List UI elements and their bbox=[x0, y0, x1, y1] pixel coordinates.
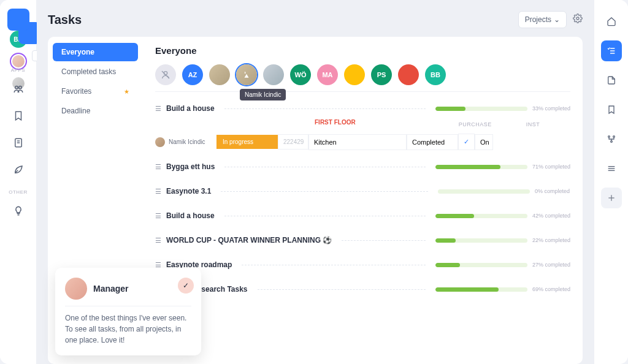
home-icon[interactable] bbox=[601, 11, 622, 32]
person-tooltip: Namik Icindic bbox=[240, 89, 286, 100]
progress-fill bbox=[435, 214, 474, 218]
detail-row: Namik Icindic In progress 222429 Kitchen… bbox=[155, 134, 570, 150]
task-row[interactable]: ☰ WORLD CUP - QUATAR WINNER PLANNING ⚽ 2… bbox=[155, 232, 570, 248]
dropdown-label: Projects bbox=[525, 15, 551, 24]
progress-pct: 42% completed bbox=[532, 213, 570, 219]
file-icon[interactable] bbox=[601, 70, 622, 91]
col-inst: INST bbox=[521, 119, 545, 130]
task-block-6: ☰ Market Research Tasks 69% completed bbox=[155, 281, 570, 297]
nodes-icon[interactable] bbox=[601, 129, 622, 150]
task-name: Build a house bbox=[166, 211, 215, 220]
gear-icon[interactable] bbox=[573, 13, 583, 26]
task-row[interactable]: ☰ Build a house 33% completed bbox=[155, 100, 570, 116]
rows-icon[interactable] bbox=[601, 158, 622, 179]
tasks-icon[interactable] bbox=[601, 40, 622, 61]
check-icon[interactable]: ✓ bbox=[458, 134, 475, 150]
svg-point-16 bbox=[608, 136, 610, 138]
person-unassigned[interactable] bbox=[155, 64, 176, 85]
person-ps[interactable]: PS bbox=[371, 64, 392, 85]
popup-role: Manager bbox=[93, 284, 129, 294]
progress-bar bbox=[435, 263, 527, 267]
person-ma[interactable]: MA bbox=[317, 64, 338, 85]
nav-team-icon[interactable] bbox=[7, 78, 29, 100]
section-other-label: OTHER bbox=[9, 189, 28, 195]
task-block-5: ☰ Easynote roadmap 27% completed bbox=[155, 257, 570, 273]
task-block-4: ☰ WORLD CUP - QUATAR WINNER PLANNING ⚽ 2… bbox=[155, 232, 570, 248]
person-avatar-selected[interactable] bbox=[236, 64, 257, 85]
person-az[interactable]: AZ bbox=[182, 64, 203, 85]
right-rail bbox=[594, 0, 628, 364]
task-name: Bygga ett hus bbox=[166, 162, 215, 171]
progress-fill bbox=[435, 287, 499, 292]
progress-fill bbox=[435, 238, 456, 243]
status-pill[interactable]: In progress bbox=[216, 135, 278, 149]
task-block-3: ☰ Build a house 42% completed bbox=[155, 208, 570, 224]
nav-active-building-icon[interactable] bbox=[7, 9, 29, 31]
field-on[interactable]: On bbox=[475, 134, 493, 150]
filter-deadline[interactable]: Deadline bbox=[53, 102, 138, 120]
svg-point-10 bbox=[576, 17, 579, 20]
divider bbox=[224, 108, 426, 109]
task-row[interactable]: ☰ Build a house 42% completed bbox=[155, 208, 570, 224]
filter-favorites[interactable]: Favorites ★ bbox=[53, 82, 138, 100]
progress-bar bbox=[438, 189, 530, 194]
person-avatar-1[interactable] bbox=[209, 64, 230, 85]
task-row[interactable]: ☰ Market Research Tasks 69% completed bbox=[155, 281, 570, 297]
progress-bar bbox=[435, 107, 527, 111]
nav-leaf-icon[interactable] bbox=[7, 159, 29, 181]
col-purchase: PURCHASE bbox=[454, 119, 497, 130]
filter-everyone[interactable]: Everyone bbox=[53, 43, 138, 61]
assignee-cell[interactable]: Namik Icindic bbox=[155, 137, 216, 147]
progress-bar bbox=[435, 214, 527, 218]
projects-dropdown[interactable]: Projects ⌄ bbox=[518, 11, 567, 28]
code-cell: 222429 bbox=[278, 134, 308, 150]
progress-fill bbox=[435, 165, 501, 169]
progress-bar bbox=[435, 165, 527, 169]
svg-point-18 bbox=[610, 141, 612, 143]
list-icon: ☰ bbox=[155, 237, 161, 245]
nav-document-icon[interactable] bbox=[7, 132, 29, 154]
task-row[interactable]: ☰ Easynote 3.1 0% completed bbox=[155, 183, 570, 199]
header-row: Tasks Projects ⌄ bbox=[48, 11, 583, 28]
progress-pct: 0% completed bbox=[535, 188, 570, 194]
svg-point-1 bbox=[18, 86, 21, 89]
nav-bulb-icon[interactable] bbox=[7, 200, 29, 222]
progress-pct: 69% completed bbox=[532, 286, 570, 292]
task-list-card: Everyone AZ WÖ MA PS BB bbox=[143, 37, 583, 364]
popup-avatar bbox=[65, 278, 87, 300]
divider bbox=[342, 240, 426, 241]
list-icon: ☰ bbox=[155, 163, 161, 171]
list-icon: ☰ bbox=[155, 188, 161, 195]
field-kitchen[interactable]: Kitchen bbox=[308, 134, 407, 150]
divider bbox=[221, 191, 428, 192]
filter-label: Deadline bbox=[61, 107, 90, 115]
divider bbox=[224, 167, 426, 167]
testimonial-popup: Manager ✓ One of the best things I've ev… bbox=[55, 268, 201, 355]
add-icon[interactable] bbox=[601, 188, 622, 208]
filter-completed[interactable]: Completed tasks bbox=[53, 63, 138, 81]
person-bb[interactable]: BB bbox=[425, 64, 446, 85]
mini-avatar bbox=[155, 137, 165, 147]
task-row[interactable]: ☰ Easynote roadmap 27% completed bbox=[155, 257, 570, 273]
person-wo[interactable]: WÖ bbox=[290, 64, 311, 85]
task-block-2: ☰ Easynote 3.1 0% completed bbox=[155, 183, 570, 199]
progress-fill bbox=[435, 263, 461, 267]
popup-header: Manager ✓ bbox=[65, 278, 191, 306]
task-row[interactable]: ☰ Bygga ett hus 71% completed bbox=[155, 159, 570, 175]
star-icon: ★ bbox=[124, 88, 129, 95]
person-avatar-4[interactable] bbox=[398, 64, 419, 85]
progress-pct: 33% completed bbox=[532, 105, 570, 112]
popup-text: One of the best things I've ever seen. T… bbox=[65, 313, 191, 346]
list-icon: ☰ bbox=[155, 212, 161, 220]
nav-bookmark-icon[interactable] bbox=[7, 105, 29, 127]
filter-label: Completed tasks bbox=[61, 67, 116, 76]
person-avatar-3[interactable] bbox=[344, 64, 365, 85]
task-name: Easynote 3.1 bbox=[166, 187, 211, 195]
field-completed[interactable]: Completed bbox=[407, 134, 458, 150]
person-avatar-2[interactable] bbox=[263, 64, 284, 85]
section-apps-label: APPS bbox=[11, 67, 25, 73]
filter-label: Everyone bbox=[61, 48, 94, 56]
bookmark-icon[interactable] bbox=[601, 99, 622, 120]
task-name: Build a house bbox=[166, 104, 215, 113]
progress-pct: 27% completed bbox=[532, 262, 570, 268]
